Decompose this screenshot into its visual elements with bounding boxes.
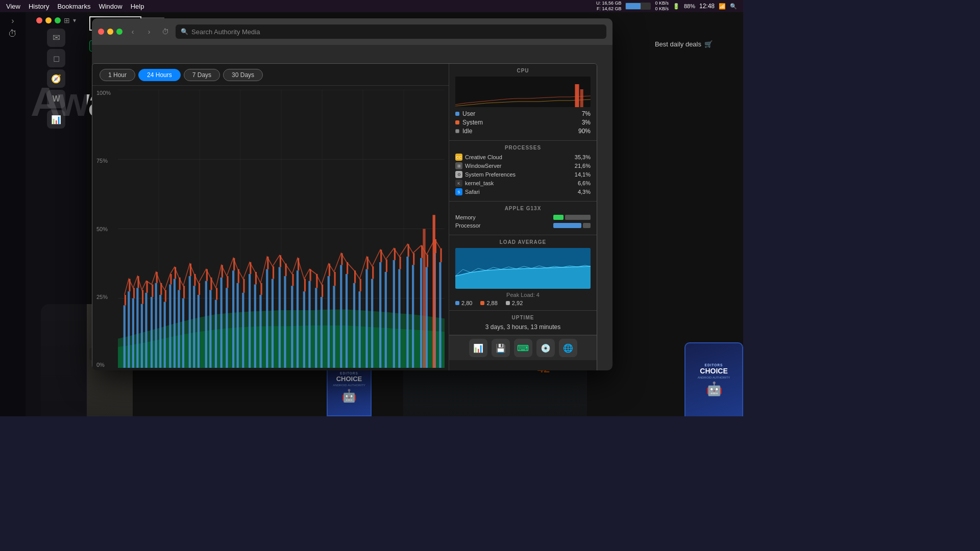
toolbar-network-btn[interactable]: 🌐: [559, 339, 577, 357]
brand-label-right: ANDROID AUTHORITY: [698, 376, 730, 379]
load-avg-values: 2,80 2,88 2,92: [455, 300, 591, 306]
editors-label-left: EDITORS: [340, 371, 358, 375]
toolbar-cpu-btn[interactable]: 📊: [469, 339, 487, 357]
maximize-btn[interactable]: [55, 17, 61, 23]
best-deals[interactable]: Best daily deals 🛒: [655, 40, 713, 48]
sidebar-collapse-icon[interactable]: ›: [11, 16, 14, 26]
svg-rect-14: [132, 298, 134, 368]
sidebar-mail-icon[interactable]: ✉: [47, 29, 65, 47]
menubar-history[interactable]: History: [29, 3, 49, 10]
svg-rect-16: [141, 304, 143, 368]
menubar-bookmarks[interactable]: Bookmarks: [57, 3, 90, 10]
svg-rect-40: [266, 269, 268, 368]
svg-rect-117: [399, 257, 401, 269]
close-btn[interactable]: [36, 17, 42, 23]
process-name-2: System Preferences: [465, 171, 516, 178]
time-btn-7days[interactable]: 7 Days: [184, 69, 220, 81]
svg-rect-74: [152, 285, 153, 297]
back-button[interactable]: ‹: [127, 26, 139, 38]
process-val-4: 4,3%: [578, 189, 591, 195]
uptime-section: UPTIME 3 days, 3 hours, 13 minutes: [449, 311, 597, 335]
wifi-icon: 📶: [719, 3, 726, 10]
process-name-0: Creative Cloud: [465, 154, 502, 160]
svg-rect-52: [340, 265, 342, 368]
menubar-window[interactable]: Window: [99, 3, 122, 10]
cpu-graph-area: 1 Hour 24 Hours 7 Days 30 Days 100% 75% …: [92, 64, 449, 370]
svg-rect-46: [303, 291, 305, 368]
load-avg-graph: [455, 248, 591, 289]
choice-label-left: CHOICE: [336, 375, 362, 383]
svg-rect-100: [292, 274, 293, 286]
battery-icon: 🔋: [673, 3, 680, 10]
toolbar-memory-btn[interactable]: 💾: [492, 339, 510, 357]
svg-rect-56: [365, 269, 368, 368]
svg-rect-105: [322, 285, 323, 297]
load-val-1: 2,88: [480, 300, 497, 306]
sidebar-w-icon[interactable]: W: [47, 90, 65, 108]
browser-maximize-btn[interactable]: [116, 29, 122, 35]
process-sysprefs: ⚙ System Preferences 14,1%: [455, 171, 591, 178]
toolbar-disk-btn[interactable]: 💿: [536, 339, 555, 357]
svg-rect-95: [260, 283, 262, 295]
network-stat: 0 KB/s 0 KB/s: [655, 1, 669, 12]
svg-rect-65: [426, 267, 428, 368]
browser-close-btn[interactable]: [98, 29, 104, 35]
process-kernel: K kernel_task 6,6%: [455, 180, 591, 187]
chevron-down-icon[interactable]: ▾: [73, 17, 76, 24]
history-button[interactable]: ⏱: [159, 26, 172, 38]
menubar-right: U: 16,56 GB F: 14,62 GB 0 KB/s 0 KB/s 🔋 …: [596, 1, 737, 12]
svg-rect-36: [242, 293, 244, 368]
svg-rect-34: [232, 270, 234, 368]
svg-rect-57: [371, 279, 373, 368]
sidebar-history-icon[interactable]: ⏱: [8, 29, 17, 39]
svg-rect-128: [580, 89, 583, 107]
address-bar[interactable]: 🔍 Search Authority Media: [176, 24, 606, 39]
sidebar-compass-icon[interactable]: 🧭: [47, 69, 65, 88]
svg-rect-73: [146, 281, 148, 293]
svg-rect-33: [226, 288, 228, 368]
svg-rect-41: [272, 279, 274, 368]
svg-rect-84: [199, 283, 200, 295]
processor-label: Processor: [455, 222, 481, 229]
search-icon[interactable]: 🔍: [730, 3, 737, 10]
menubar-left: View History Bookmarks Window Help: [6, 3, 144, 10]
svg-rect-43: [284, 276, 286, 368]
cpu-section-title: CPU: [455, 68, 591, 73]
apple-g13x-title: APPLE G13X: [455, 206, 591, 211]
browser-minimize-btn[interactable]: [107, 29, 113, 35]
svg-rect-51: [333, 286, 335, 368]
cpu-info-panel: CPU User: [449, 64, 597, 370]
load-avg-title: LOAD AVERAGE: [455, 239, 591, 245]
svg-rect-62: [406, 257, 408, 368]
sidebar-chart-icon[interactable]: 📊: [47, 110, 65, 129]
minimize-btn[interactable]: [45, 17, 52, 23]
time-btn-24hours[interactable]: 24 Hours: [138, 69, 181, 81]
sidebar-toggle-icon[interactable]: ⊞: [64, 16, 70, 24]
time-btn-1hour[interactable]: 1 Hour: [100, 69, 135, 81]
svg-rect-124: [433, 215, 435, 368]
svg-rect-21: [164, 302, 166, 368]
system-label: System: [462, 119, 483, 126]
idle-value: 90%: [578, 128, 591, 135]
process-windowserver: ⊞ WindowServer 21,6%: [455, 162, 591, 169]
toolbar-terminal-btn[interactable]: ⌨: [514, 339, 532, 357]
robot-icon-left: 🤖: [341, 389, 357, 403]
svg-rect-115: [386, 259, 387, 272]
forward-button[interactable]: ›: [143, 26, 155, 38]
svg-rect-31: [215, 299, 217, 368]
svg-rect-102: [304, 279, 306, 292]
svg-rect-64: [420, 258, 422, 368]
time-btn-30days[interactable]: 30 Days: [223, 69, 263, 81]
svg-rect-48: [315, 288, 317, 368]
cc-icon: CC: [455, 154, 462, 161]
memory-bar-used: [553, 215, 564, 220]
process-val-3: 6,6%: [578, 180, 591, 186]
peak-load: Peak Load: 4: [455, 292, 591, 298]
address-bar-text: Search Authority Media: [191, 28, 260, 36]
svg-rect-35: [237, 283, 239, 368]
menubar-help[interactable]: Help: [131, 3, 144, 10]
svg-rect-89: [227, 276, 228, 288]
svg-rect-25: [182, 298, 184, 368]
menubar-view[interactable]: View: [6, 3, 20, 10]
sidebar-browser-icon[interactable]: ◻: [47, 49, 65, 67]
